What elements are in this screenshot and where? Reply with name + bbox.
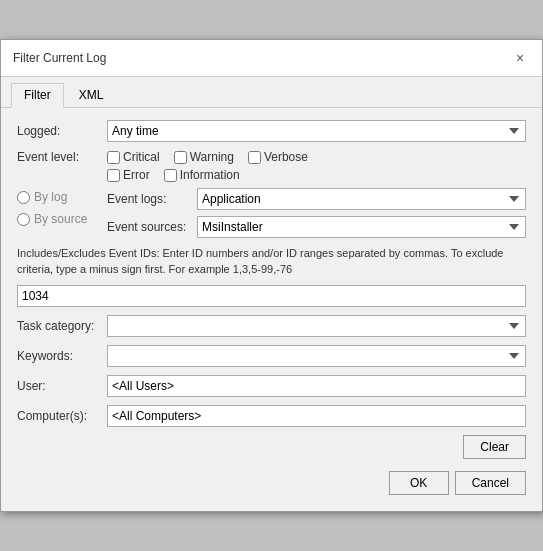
event-id-wrap xyxy=(17,285,526,307)
information-label: Information xyxy=(180,168,240,182)
keywords-label: Keywords: xyxy=(17,349,107,363)
computer-input[interactable] xyxy=(107,405,526,427)
checkbox-critical: Critical xyxy=(107,150,160,164)
event-logs-select[interactable]: Application xyxy=(197,188,526,210)
error-checkbox[interactable] xyxy=(107,169,120,182)
keywords-select-wrap xyxy=(107,345,526,367)
radio-by-log: By log xyxy=(17,190,107,204)
ok-button[interactable]: OK xyxy=(389,471,449,495)
event-sources-select[interactable]: MsiInstaller xyxy=(197,216,526,238)
checkbox-information: Information xyxy=(164,168,240,182)
checkbox-verbose: Verbose xyxy=(248,150,308,164)
event-level-label: Event level: xyxy=(17,150,107,164)
user-input[interactable] xyxy=(107,375,526,397)
task-category-row: Task category: xyxy=(17,315,526,337)
tabs: Filter XML xyxy=(1,77,542,108)
by-source-radio[interactable] xyxy=(17,213,30,226)
error-label: Error xyxy=(123,168,150,182)
checkbox-error: Error xyxy=(107,168,150,182)
tab-filter[interactable]: Filter xyxy=(11,83,64,108)
user-row: User: xyxy=(17,375,526,397)
cancel-button[interactable]: Cancel xyxy=(455,471,526,495)
event-id-input[interactable] xyxy=(17,285,526,307)
critical-checkbox[interactable] xyxy=(107,151,120,164)
radio-by-source: By source xyxy=(17,212,107,226)
title-bar: Filter Current Log × xyxy=(1,40,542,77)
logged-select[interactable]: Any time Last hour Last 12 hours Last 24… xyxy=(107,120,526,142)
ok-cancel-row: OK Cancel xyxy=(17,471,526,495)
by-log-radio[interactable] xyxy=(17,191,30,204)
clear-button[interactable]: Clear xyxy=(463,435,526,459)
verbose-label: Verbose xyxy=(264,150,308,164)
verbose-checkbox[interactable] xyxy=(248,151,261,164)
event-sources-select-wrap: MsiInstaller xyxy=(197,216,526,238)
event-logs-label: Event logs: xyxy=(107,192,197,206)
event-sources-row: Event sources: MsiInstaller xyxy=(107,216,526,238)
event-fields: Event logs: Application Event sources: M… xyxy=(107,188,526,238)
warning-label: Warning xyxy=(190,150,234,164)
computer-row: Computer(s): xyxy=(17,405,526,427)
close-button[interactable]: × xyxy=(510,48,530,68)
by-log-label: By log xyxy=(34,190,67,204)
by-source-label: By source xyxy=(34,212,87,226)
tab-xml[interactable]: XML xyxy=(66,83,117,107)
task-category-select[interactable] xyxy=(107,315,526,337)
logged-row: Logged: Any time Last hour Last 12 hours… xyxy=(17,120,526,142)
dialog: Filter Current Log × Filter XML Logged: … xyxy=(0,39,543,512)
clear-row: Clear xyxy=(17,435,526,459)
task-category-select-wrap xyxy=(107,315,526,337)
keywords-select[interactable] xyxy=(107,345,526,367)
logged-label: Logged: xyxy=(17,124,107,138)
critical-label: Critical xyxy=(123,150,160,164)
information-checkbox[interactable] xyxy=(164,169,177,182)
event-logs-row: Event logs: Application xyxy=(107,188,526,210)
radio-and-fields: By log By source Event logs: Application xyxy=(17,188,526,238)
event-sources-label: Event sources: xyxy=(107,220,197,234)
user-input-wrap xyxy=(107,375,526,397)
computer-label: Computer(s): xyxy=(17,409,107,423)
user-label: User: xyxy=(17,379,107,393)
warning-checkbox[interactable] xyxy=(174,151,187,164)
dialog-title: Filter Current Log xyxy=(13,51,106,65)
keywords-row: Keywords: xyxy=(17,345,526,367)
computer-input-wrap xyxy=(107,405,526,427)
event-level-checkboxes: Critical Warning Verbose Error xyxy=(107,150,318,182)
checkbox-warning: Warning xyxy=(174,150,234,164)
logged-select-wrap: Any time Last hour Last 12 hours Last 24… xyxy=(107,120,526,142)
info-text: Includes/Excludes Event IDs: Enter ID nu… xyxy=(17,246,526,277)
event-logs-select-wrap: Application xyxy=(197,188,526,210)
task-category-label: Task category: xyxy=(17,319,107,333)
event-level-section: Event level: Critical Warning Verbose xyxy=(17,150,526,182)
tab-content: Logged: Any time Last hour Last 12 hours… xyxy=(1,108,542,511)
radio-group: By log By source xyxy=(17,188,107,238)
